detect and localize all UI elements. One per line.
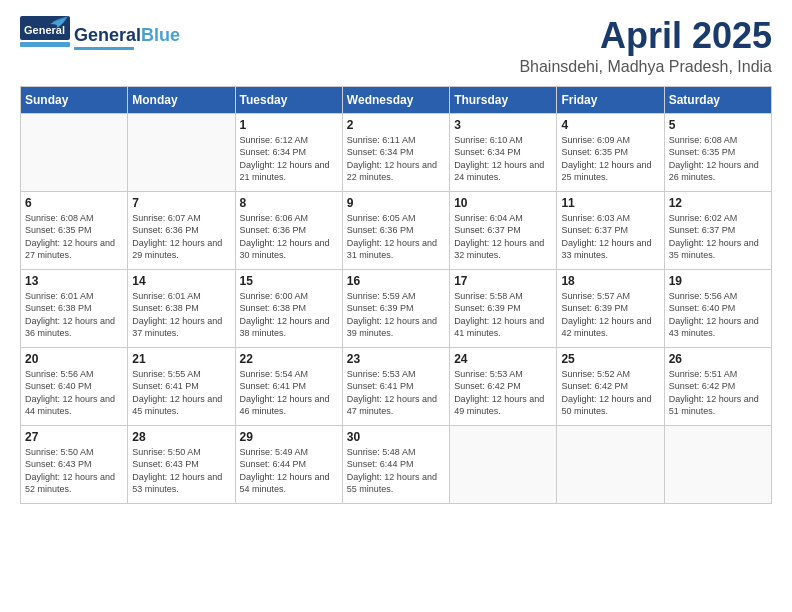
calendar-cell: 2Sunrise: 6:11 AMSunset: 6:34 PMDaylight… bbox=[342, 113, 449, 191]
month-title: April 2025 bbox=[519, 16, 772, 56]
day-number: 5 bbox=[669, 118, 767, 132]
day-info: Sunrise: 6:07 AMSunset: 6:36 PMDaylight:… bbox=[132, 212, 230, 262]
weekday-header: Sunday bbox=[21, 86, 128, 113]
calendar-cell: 23Sunrise: 5:53 AMSunset: 6:41 PMDayligh… bbox=[342, 347, 449, 425]
day-number: 9 bbox=[347, 196, 445, 210]
calendar-cell: 9Sunrise: 6:05 AMSunset: 6:36 PMDaylight… bbox=[342, 191, 449, 269]
day-number: 8 bbox=[240, 196, 338, 210]
day-number: 11 bbox=[561, 196, 659, 210]
calendar-cell bbox=[664, 425, 771, 503]
calendar-cell: 21Sunrise: 5:55 AMSunset: 6:41 PMDayligh… bbox=[128, 347, 235, 425]
day-info: Sunrise: 5:49 AMSunset: 6:44 PMDaylight:… bbox=[240, 446, 338, 496]
logo-icon: General bbox=[20, 16, 70, 60]
day-number: 16 bbox=[347, 274, 445, 288]
calendar-cell: 22Sunrise: 5:54 AMSunset: 6:41 PMDayligh… bbox=[235, 347, 342, 425]
calendar-cell: 3Sunrise: 6:10 AMSunset: 6:34 PMDaylight… bbox=[450, 113, 557, 191]
calendar-cell: 15Sunrise: 6:00 AMSunset: 6:38 PMDayligh… bbox=[235, 269, 342, 347]
day-number: 26 bbox=[669, 352, 767, 366]
calendar-cell: 29Sunrise: 5:49 AMSunset: 6:44 PMDayligh… bbox=[235, 425, 342, 503]
day-info: Sunrise: 6:08 AMSunset: 6:35 PMDaylight:… bbox=[669, 134, 767, 184]
day-info: Sunrise: 5:51 AMSunset: 6:42 PMDaylight:… bbox=[669, 368, 767, 418]
day-info: Sunrise: 5:58 AMSunset: 6:39 PMDaylight:… bbox=[454, 290, 552, 340]
calendar-cell: 16Sunrise: 5:59 AMSunset: 6:39 PMDayligh… bbox=[342, 269, 449, 347]
day-number: 7 bbox=[132, 196, 230, 210]
day-info: Sunrise: 5:53 AMSunset: 6:42 PMDaylight:… bbox=[454, 368, 552, 418]
calendar-cell: 27Sunrise: 5:50 AMSunset: 6:43 PMDayligh… bbox=[21, 425, 128, 503]
calendar-cell: 1Sunrise: 6:12 AMSunset: 6:34 PMDaylight… bbox=[235, 113, 342, 191]
title-block: April 2025 Bhainsdehi, Madhya Pradesh, I… bbox=[519, 16, 772, 76]
day-info: Sunrise: 6:02 AMSunset: 6:37 PMDaylight:… bbox=[669, 212, 767, 262]
calendar-week-row: 1Sunrise: 6:12 AMSunset: 6:34 PMDaylight… bbox=[21, 113, 772, 191]
calendar-header-row: SundayMondayTuesdayWednesdayThursdayFrid… bbox=[21, 86, 772, 113]
day-number: 23 bbox=[347, 352, 445, 366]
weekday-header: Monday bbox=[128, 86, 235, 113]
svg-rect-1 bbox=[20, 42, 70, 47]
day-info: Sunrise: 5:48 AMSunset: 6:44 PMDaylight:… bbox=[347, 446, 445, 496]
calendar-week-row: 13Sunrise: 6:01 AMSunset: 6:38 PMDayligh… bbox=[21, 269, 772, 347]
calendar-cell: 4Sunrise: 6:09 AMSunset: 6:35 PMDaylight… bbox=[557, 113, 664, 191]
day-number: 27 bbox=[25, 430, 123, 444]
calendar-cell: 30Sunrise: 5:48 AMSunset: 6:44 PMDayligh… bbox=[342, 425, 449, 503]
calendar-cell bbox=[21, 113, 128, 191]
calendar-cell: 13Sunrise: 6:01 AMSunset: 6:38 PMDayligh… bbox=[21, 269, 128, 347]
header: General GeneralBlue April 2025 Bhainsdeh… bbox=[20, 16, 772, 76]
calendar-cell: 6Sunrise: 6:08 AMSunset: 6:35 PMDaylight… bbox=[21, 191, 128, 269]
day-info: Sunrise: 5:53 AMSunset: 6:41 PMDaylight:… bbox=[347, 368, 445, 418]
day-number: 24 bbox=[454, 352, 552, 366]
day-info: Sunrise: 6:11 AMSunset: 6:34 PMDaylight:… bbox=[347, 134, 445, 184]
day-info: Sunrise: 5:57 AMSunset: 6:39 PMDaylight:… bbox=[561, 290, 659, 340]
day-info: Sunrise: 5:54 AMSunset: 6:41 PMDaylight:… bbox=[240, 368, 338, 418]
calendar: SundayMondayTuesdayWednesdayThursdayFrid… bbox=[20, 86, 772, 504]
day-number: 19 bbox=[669, 274, 767, 288]
day-number: 28 bbox=[132, 430, 230, 444]
day-number: 14 bbox=[132, 274, 230, 288]
calendar-cell: 7Sunrise: 6:07 AMSunset: 6:36 PMDaylight… bbox=[128, 191, 235, 269]
day-info: Sunrise: 6:00 AMSunset: 6:38 PMDaylight:… bbox=[240, 290, 338, 340]
day-number: 22 bbox=[240, 352, 338, 366]
calendar-week-row: 6Sunrise: 6:08 AMSunset: 6:35 PMDaylight… bbox=[21, 191, 772, 269]
weekday-header: Thursday bbox=[450, 86, 557, 113]
calendar-cell: 17Sunrise: 5:58 AMSunset: 6:39 PMDayligh… bbox=[450, 269, 557, 347]
weekday-header: Saturday bbox=[664, 86, 771, 113]
day-info: Sunrise: 6:06 AMSunset: 6:36 PMDaylight:… bbox=[240, 212, 338, 262]
calendar-week-row: 27Sunrise: 5:50 AMSunset: 6:43 PMDayligh… bbox=[21, 425, 772, 503]
location-title: Bhainsdehi, Madhya Pradesh, India bbox=[519, 58, 772, 76]
day-info: Sunrise: 6:04 AMSunset: 6:37 PMDaylight:… bbox=[454, 212, 552, 262]
day-info: Sunrise: 5:56 AMSunset: 6:40 PMDaylight:… bbox=[25, 368, 123, 418]
calendar-cell: 19Sunrise: 5:56 AMSunset: 6:40 PMDayligh… bbox=[664, 269, 771, 347]
calendar-cell bbox=[557, 425, 664, 503]
day-info: Sunrise: 6:12 AMSunset: 6:34 PMDaylight:… bbox=[240, 134, 338, 184]
day-number: 15 bbox=[240, 274, 338, 288]
calendar-cell: 10Sunrise: 6:04 AMSunset: 6:37 PMDayligh… bbox=[450, 191, 557, 269]
day-number: 1 bbox=[240, 118, 338, 132]
calendar-cell: 14Sunrise: 6:01 AMSunset: 6:38 PMDayligh… bbox=[128, 269, 235, 347]
day-info: Sunrise: 6:08 AMSunset: 6:35 PMDaylight:… bbox=[25, 212, 123, 262]
day-number: 3 bbox=[454, 118, 552, 132]
day-number: 13 bbox=[25, 274, 123, 288]
calendar-cell bbox=[128, 113, 235, 191]
day-number: 21 bbox=[132, 352, 230, 366]
day-info: Sunrise: 6:10 AMSunset: 6:34 PMDaylight:… bbox=[454, 134, 552, 184]
day-info: Sunrise: 6:05 AMSunset: 6:36 PMDaylight:… bbox=[347, 212, 445, 262]
logo-text: GeneralBlue bbox=[74, 26, 180, 46]
page: General GeneralBlue April 2025 Bhainsdeh… bbox=[0, 0, 792, 612]
svg-text:General: General bbox=[24, 24, 65, 36]
day-number: 4 bbox=[561, 118, 659, 132]
calendar-cell: 12Sunrise: 6:02 AMSunset: 6:37 PMDayligh… bbox=[664, 191, 771, 269]
calendar-cell: 11Sunrise: 6:03 AMSunset: 6:37 PMDayligh… bbox=[557, 191, 664, 269]
logo-underline bbox=[74, 47, 134, 50]
day-info: Sunrise: 5:59 AMSunset: 6:39 PMDaylight:… bbox=[347, 290, 445, 340]
calendar-cell bbox=[450, 425, 557, 503]
calendar-cell: 8Sunrise: 6:06 AMSunset: 6:36 PMDaylight… bbox=[235, 191, 342, 269]
weekday-header: Tuesday bbox=[235, 86, 342, 113]
day-number: 30 bbox=[347, 430, 445, 444]
day-number: 18 bbox=[561, 274, 659, 288]
day-number: 10 bbox=[454, 196, 552, 210]
day-number: 12 bbox=[669, 196, 767, 210]
calendar-cell: 5Sunrise: 6:08 AMSunset: 6:35 PMDaylight… bbox=[664, 113, 771, 191]
logo: General GeneralBlue bbox=[20, 16, 180, 60]
day-number: 25 bbox=[561, 352, 659, 366]
calendar-week-row: 20Sunrise: 5:56 AMSunset: 6:40 PMDayligh… bbox=[21, 347, 772, 425]
day-info: Sunrise: 5:50 AMSunset: 6:43 PMDaylight:… bbox=[132, 446, 230, 496]
day-info: Sunrise: 6:03 AMSunset: 6:37 PMDaylight:… bbox=[561, 212, 659, 262]
